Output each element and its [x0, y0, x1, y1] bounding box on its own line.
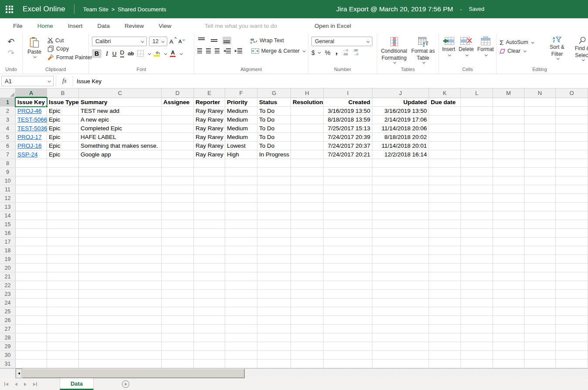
cell-H3[interactable] [291, 115, 324, 124]
cell-C17[interactable] [79, 237, 162, 246]
cell-J31[interactable] [372, 359, 429, 368]
previous-sheet-icon[interactable] [15, 383, 17, 386]
cell-K6[interactable] [429, 142, 461, 150]
cell-A13[interactable] [16, 203, 47, 211]
cell-L30[interactable] [461, 351, 493, 359]
cell-M1[interactable] [493, 98, 524, 107]
cell-A12[interactable] [16, 194, 47, 203]
cell-B17[interactable] [47, 237, 79, 246]
cell-L6[interactable] [461, 142, 493, 150]
cell-H12[interactable] [291, 194, 324, 203]
fill-color-icon[interactable] [154, 51, 160, 57]
cell-L17[interactable] [461, 237, 493, 246]
row-header-22[interactable]: 22 [0, 281, 16, 290]
strikethrough-button[interactable]: ab [128, 51, 134, 57]
cell-N5[interactable] [524, 133, 556, 142]
font-color-dropdown-icon[interactable] [180, 52, 183, 55]
cell-M28[interactable] [493, 333, 524, 342]
cell-J26[interactable] [372, 316, 429, 325]
cell-M12[interactable] [493, 194, 524, 203]
cell-A18[interactable] [16, 246, 47, 255]
cell-I3[interactable]: 8/18/2018 13:59 [324, 115, 372, 124]
cell-I29[interactable] [324, 342, 372, 351]
cell-G12[interactable] [257, 194, 291, 203]
cell-I10[interactable] [324, 176, 372, 185]
cell-E20[interactable] [194, 264, 225, 272]
cell-L25[interactable] [461, 307, 493, 316]
cell-C4[interactable]: Completed Epic [79, 124, 162, 133]
fill-handle[interactable] [45, 105, 48, 108]
cell-C22[interactable] [79, 281, 162, 290]
cell-H29[interactable] [291, 342, 324, 351]
cell-F4[interactable]: Medium [225, 124, 257, 133]
cell-M5[interactable] [493, 133, 524, 142]
cell-G14[interactable] [257, 211, 291, 220]
cell-E13[interactable] [194, 203, 225, 211]
cell-K7[interactable] [429, 150, 461, 159]
align-center-button[interactable] [206, 48, 211, 54]
row-header-2[interactable]: 2 [0, 107, 16, 115]
cell-O7[interactable] [556, 150, 588, 159]
cell-G20[interactable] [257, 264, 291, 272]
scrollbar-track[interactable] [245, 369, 588, 378]
cell-B27[interactable] [47, 325, 79, 333]
cell-J18[interactable] [372, 246, 429, 255]
cell-F16[interactable] [225, 229, 257, 237]
scroll-left-button[interactable] [16, 369, 22, 378]
cell-A3[interactable]: TEST-5066 [16, 115, 47, 124]
cell-B23[interactable] [47, 290, 79, 298]
borders-dropdown-icon[interactable] [148, 52, 151, 55]
cell-F13[interactable] [225, 203, 257, 211]
row-header-26[interactable]: 26 [0, 316, 16, 325]
cell-E11[interactable] [194, 185, 225, 194]
cell-O15[interactable] [556, 220, 588, 229]
tab-insert[interactable]: Insert [61, 18, 90, 34]
cell-A27[interactable] [16, 325, 47, 333]
font-color-icon[interactable]: A [170, 50, 176, 58]
cell-F31[interactable] [225, 359, 257, 368]
double-underline-button[interactable]: D [120, 50, 125, 58]
row-header-12[interactable]: 12 [0, 194, 16, 203]
cell-H27[interactable] [291, 325, 324, 333]
cell-K5[interactable] [429, 133, 461, 142]
copy-button[interactable]: Copy [47, 45, 92, 52]
bottom-align-button[interactable] [223, 37, 231, 44]
open-in-excel-button[interactable]: Open in Excel [307, 18, 358, 34]
tab-file[interactable]: File [6, 18, 30, 34]
formula-input[interactable]: Issue Key [73, 78, 588, 85]
cell-C19[interactable] [79, 255, 162, 264]
cell-J24[interactable] [372, 298, 429, 307]
cell-M2[interactable] [493, 107, 524, 115]
tab-view[interactable]: View [151, 18, 179, 34]
cell-B15[interactable] [47, 220, 79, 229]
cell-J17[interactable] [372, 237, 429, 246]
row-header-6[interactable]: 6 [0, 142, 16, 150]
cell-O30[interactable] [556, 351, 588, 359]
align-right-button[interactable] [215, 48, 220, 54]
cell-O6[interactable] [556, 142, 588, 150]
cell-N8[interactable] [524, 159, 556, 168]
cell-E7[interactable]: Ray Rarey [194, 150, 225, 159]
cell-F25[interactable] [225, 307, 257, 316]
cell-I31[interactable] [324, 359, 372, 368]
cell-C5[interactable]: HAFE LABEL [79, 133, 162, 142]
cell-C1[interactable]: Summary [79, 98, 162, 107]
cell-M20[interactable] [493, 264, 524, 272]
font-family-select[interactable]: Calibri [92, 37, 147, 46]
cell-F28[interactable] [225, 333, 257, 342]
cell-N28[interactable] [524, 333, 556, 342]
cell-N6[interactable] [524, 142, 556, 150]
cell-B9[interactable] [47, 168, 79, 176]
cell-O8[interactable] [556, 159, 588, 168]
breadcrumb-site[interactable]: Team Site [83, 6, 108, 13]
row-header-30[interactable]: 30 [0, 351, 16, 359]
cell-L18[interactable] [461, 246, 493, 255]
cell-F2[interactable]: Medium [225, 107, 257, 115]
cell-O20[interactable] [556, 264, 588, 272]
cell-O1[interactable] [556, 98, 588, 107]
cell-I7[interactable]: 7/24/2017 20:21 [324, 150, 372, 159]
cell-O5[interactable] [556, 133, 588, 142]
cell-B5[interactable]: Epic [47, 133, 79, 142]
cell-G26[interactable] [257, 316, 291, 325]
cell-F26[interactable] [225, 316, 257, 325]
